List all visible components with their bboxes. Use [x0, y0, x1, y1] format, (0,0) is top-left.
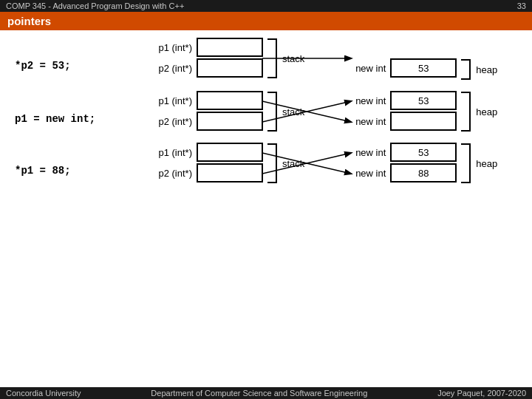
- heap-label-2-1: new int: [327, 95, 386, 106]
- heap-bracket-3: [460, 143, 474, 184]
- slide-title: pointers: [7, 15, 51, 27]
- heap-cell-2-2: [390, 112, 457, 131]
- heap-side-label-3: heap: [476, 158, 497, 169]
- heap-cell-3-1: 53: [390, 143, 457, 162]
- stack-label-1-2: p2 (int*): [133, 63, 192, 74]
- stack-label-2-2: p2 (int*): [133, 116, 192, 127]
- heap-bracket-1: [460, 58, 474, 81]
- heap-label-1-1: new int: [327, 63, 386, 74]
- section-1: *p2 = 53; p1 (int*) p2 (int*): [15, 38, 517, 81]
- heap-row-3-2: new int 88: [327, 163, 457, 183]
- stack-cell-2-1: [197, 91, 263, 110]
- diagram-1: p1 (int*) p2 (int*) stack: [133, 38, 517, 81]
- page-number: 33: [517, 1, 526, 10]
- course-title: COMP 345 - Advanced Program Design with …: [6, 1, 184, 10]
- stack-side-label-1: stack: [282, 53, 304, 64]
- code-label-2: p1 = new int;: [15, 91, 133, 125]
- heap-label-3-1: new int: [327, 147, 386, 158]
- stack-cell-2-2: [197, 112, 263, 131]
- heap-row-2-2: new int: [327, 112, 457, 131]
- heap-bracket-2: [460, 91, 474, 132]
- section-3: *p1 = 88; p1 (int*) p2 (int*): [15, 143, 517, 184]
- heap-label-3-2: new int: [327, 168, 386, 179]
- code-label-3: *p1 = 88;: [15, 143, 133, 177]
- code-label-1: *p2 = 53;: [15, 38, 133, 72]
- stack-cell-1-2: [197, 58, 263, 78]
- stack-bracket-2: [266, 91, 281, 132]
- footer: Concordia University Department of Compu…: [0, 387, 532, 399]
- heap-row-1-1: new int 53: [327, 58, 457, 78]
- stack-bracket-3: [266, 143, 281, 184]
- stack-side-label-2: stack: [282, 106, 304, 117]
- main-content: *p2 = 53; p1 (int*) p2 (int*): [0, 30, 532, 202]
- stack-row-3-2: p2 (int*): [133, 163, 263, 183]
- stack-label-3-2: p2 (int*): [133, 168, 192, 179]
- heap-cell-3-2: 88: [390, 163, 457, 183]
- stack-row-3-1: p1 (int*): [133, 143, 263, 162]
- heap-side-label-1: heap: [476, 64, 497, 75]
- section-2: p1 = new int; p1 (int*) p2 (int*): [15, 91, 517, 132]
- stack-label-1-1: p1 (int*): [133, 42, 192, 53]
- footer-left: Concordia University: [6, 389, 81, 398]
- stack-bracket-1: [266, 38, 281, 79]
- stack-label-3-1: p1 (int*): [133, 147, 192, 158]
- stack-row-2-2: p2 (int*): [133, 112, 263, 131]
- heap-cell-2-1: 53: [390, 91, 457, 110]
- heap-cell-1-1: 53: [390, 58, 457, 78]
- diagram-3: p1 (int*) p2 (int*) stack: [133, 143, 517, 184]
- stack-label-2-1: p1 (int*): [133, 95, 192, 106]
- heap-row-2-1: new int 53: [327, 91, 457, 110]
- stack-row-1-1: p1 (int*): [133, 38, 263, 57]
- stack-row-1-2: p2 (int*): [133, 58, 263, 78]
- footer-right: Joey Paquet, 2007-2020: [437, 389, 526, 398]
- heap-label-2-2: new int: [327, 116, 386, 127]
- diagram-2: p1 (int*) p2 (int*) stack: [133, 91, 517, 132]
- stack-side-label-3: stack: [282, 158, 304, 169]
- footer-center: Department of Computer Science and Softw…: [151, 389, 367, 398]
- stack-cell-1-1: [197, 38, 263, 57]
- stack-cell-3-2: [197, 163, 263, 183]
- heap-row-3-1: new int 53: [327, 143, 457, 162]
- top-bar: COMP 345 - Advanced Program Design with …: [0, 0, 532, 12]
- stack-cell-3-1: [197, 143, 263, 162]
- stack-row-2-1: p1 (int*): [133, 91, 263, 110]
- title-bar: pointers: [0, 12, 532, 30]
- heap-side-label-2: heap: [476, 106, 497, 117]
